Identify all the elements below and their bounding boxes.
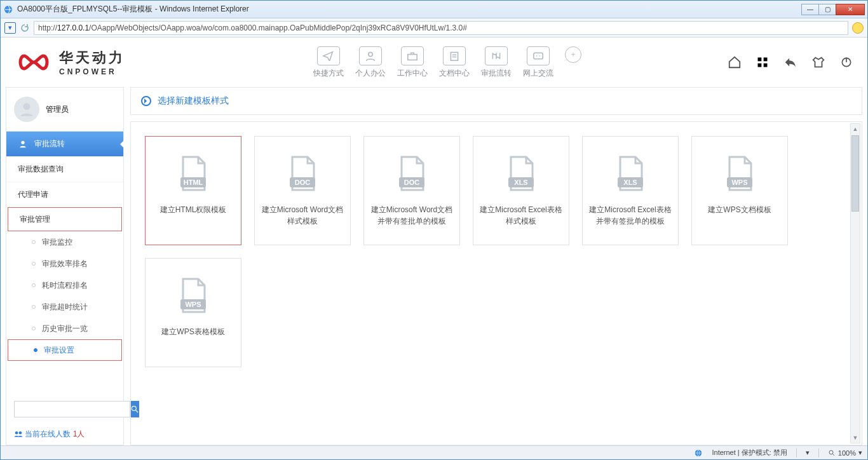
reply-icon[interactable] [783, 55, 797, 69]
sidebar-sub-label: 审批监控 [42, 237, 72, 248]
zoom-dropdown-icon[interactable]: ▾ [858, 449, 862, 457]
user-name: 管理员 [46, 104, 69, 115]
svg-text:HTML: HTML [184, 179, 203, 186]
sidebar-cat-0[interactable]: 审批流转 [6, 131, 123, 156]
sidebar-cat-3[interactable]: 审批管理 [8, 207, 122, 231]
zoom-control[interactable]: 100% ▾ [828, 449, 862, 457]
nav-briefcase[interactable]: 工作中心 [397, 46, 428, 79]
template-card-4[interactable]: XLS建立Microsoft Excel表格并带有签批单的模板 [582, 136, 679, 245]
zoom-icon [828, 449, 836, 457]
home-icon[interactable] [728, 55, 742, 69]
internet-zone-icon [694, 449, 703, 457]
bullet-icon [32, 240, 36, 244]
template-card-1[interactable]: DOC建立Microsoft Word文档样式模板 [254, 136, 351, 245]
template-card-6[interactable]: WPS建立WPS表格模板 [145, 258, 241, 367]
status-sep [796, 449, 797, 457]
sidebar-search-input[interactable] [14, 401, 130, 417]
sidebar-cat-label: 代理申请 [18, 189, 48, 200]
card-label: 建立Microsoft Excel表格样式模板 [480, 204, 562, 227]
sidebar-sub-label: 审批超时统计 [42, 302, 88, 313]
panel-body: HTML建立HTML权限模板DOC建立Microsoft Word文档样式模板D… [130, 121, 862, 445]
url-host: 127.0.0.1 [57, 24, 89, 32]
nav-label: 审批流转 [481, 68, 512, 79]
bullet-icon [32, 262, 36, 266]
close-button[interactable]: ✕ [836, 4, 865, 15]
nav-label: 工作中心 [397, 68, 428, 79]
skin-icon[interactable] [811, 55, 825, 69]
bullet-icon [34, 348, 37, 352]
sidebar-sub-3[interactable]: 审批超时统计 [6, 296, 123, 318]
online-count: 当前在线人数 1人 [6, 424, 123, 445]
file-html-icon: HTML [177, 154, 210, 193]
window-buttons: — ▢ ✕ [802, 4, 865, 15]
status-sep2 [818, 449, 819, 457]
sidebar-sub-1[interactable]: 审批效率排名 [6, 253, 123, 274]
app-header: 华天动力 CNPOWER 快捷方式个人办公工作中心文档中心审批流转网上交流＋ [1, 37, 867, 87]
nav-add[interactable]: ＋ [565, 46, 581, 79]
maximize-button[interactable]: ▢ [818, 4, 836, 15]
doc-icon [443, 46, 466, 65]
plus-icon: ＋ [565, 46, 581, 63]
template-card-3[interactable]: XLS建立Microsoft Excel表格样式模板 [473, 136, 569, 245]
nav-paperplane[interactable]: 快捷方式 [313, 46, 344, 79]
sidebar-sub-4[interactable]: 历史审批一览 [6, 318, 123, 339]
zoom-value: 100% [838, 449, 856, 457]
protected-mode-dropdown[interactable]: ▾ [806, 449, 810, 457]
svg-point-8 [539, 55, 541, 57]
online-number: 1人 [73, 430, 85, 438]
template-card-5[interactable]: WPS建立WPS文档模板 [691, 136, 788, 245]
scroll-up-icon[interactable]: ▲ [851, 124, 860, 134]
sidebar-cat-label: 审批数据查询 [18, 164, 64, 175]
header-actions [728, 55, 853, 69]
sidebar-cat-label: 审批流转 [34, 139, 65, 149]
file-xls-icon: XLS [614, 154, 647, 193]
svg-rect-9 [758, 58, 762, 62]
scrollbar[interactable]: ▲ ▼ [850, 123, 860, 443]
logo-en: CNPOWER [59, 67, 125, 76]
svg-rect-12 [764, 64, 768, 67]
panel-header: 选择新建模板样式 [130, 87, 862, 115]
user-block: 管理员 [6, 88, 123, 131]
power-icon[interactable] [839, 55, 853, 69]
svg-line-37 [832, 454, 834, 456]
security-shield-icon[interactable]: ▾ [4, 22, 16, 34]
paperplane-icon [317, 46, 340, 65]
svg-rect-11 [758, 64, 762, 67]
nav-chat[interactable]: 网上交流 [523, 46, 553, 79]
nav-flow[interactable]: 审批流转 [481, 46, 512, 79]
minimize-button[interactable]: — [801, 4, 819, 15]
nav-person[interactable]: 个人办公 [355, 46, 386, 79]
sidebar-sub-2[interactable]: 耗时流程排名 [6, 274, 123, 296]
card-label: 建立Microsoft Word文档并带有签批单的模板 [370, 204, 453, 227]
apps-icon[interactable] [756, 55, 770, 69]
bullet-icon [32, 305, 36, 309]
sidebar-sub-label: 历史审批一览 [42, 323, 88, 334]
svg-point-19 [15, 431, 18, 435]
scroll-down-icon[interactable]: ▼ [851, 433, 860, 443]
scroll-thumb[interactable] [851, 135, 859, 212]
svg-point-20 [19, 431, 22, 435]
svg-point-15 [24, 103, 31, 110]
titlebar: OA8000平台版_FPLMYSQL5--审批模板 - Windows Inte… [1, 1, 867, 18]
compat-view-icon[interactable] [852, 22, 864, 34]
sidebar-cat-1[interactable]: 审批数据查询 [6, 156, 123, 182]
card-label: 建立HTML权限模板 [160, 204, 227, 215]
template-card-0[interactable]: HTML建立HTML权限模板 [145, 136, 241, 245]
logo-cn: 华天动力 [59, 48, 125, 67]
sidebar-sub-5[interactable]: 审批设置 [8, 339, 122, 361]
url-field[interactable]: http://127.0.0.1/OAapp/WebObjects/OAapp.… [34, 21, 848, 35]
file-wps-icon: WPS [723, 154, 756, 193]
sidebar: 管理员 审批流转审批数据查询代理申请审批管理审批监控审批效率排名耗时流程排名审批… [6, 87, 124, 445]
template-card-2[interactable]: DOC建立Microsoft Word文档并带有签批单的模板 [363, 136, 460, 245]
refresh-icon[interactable] [20, 23, 30, 33]
sidebar-sub-0[interactable]: 审批监控 [6, 231, 123, 253]
card-label: 建立WPS表格模板 [161, 326, 224, 337]
main: 选择新建模板样式 HTML建立HTML权限模板DOC建立Microsoft Wo… [130, 87, 862, 445]
content: 管理员 审批流转审批数据查询代理申请审批管理审批监控审批效率排名耗时流程排名审批… [1, 87, 867, 445]
logo-mark-icon [15, 51, 53, 74]
bullet-icon [32, 327, 36, 330]
user-icon [18, 139, 28, 149]
app-body: 华天动力 CNPOWER 快捷方式个人办公工作中心文档中心审批流转网上交流＋ [1, 37, 867, 445]
sidebar-cat-2[interactable]: 代理申请 [6, 182, 123, 207]
nav-doc[interactable]: 文档中心 [439, 46, 470, 79]
